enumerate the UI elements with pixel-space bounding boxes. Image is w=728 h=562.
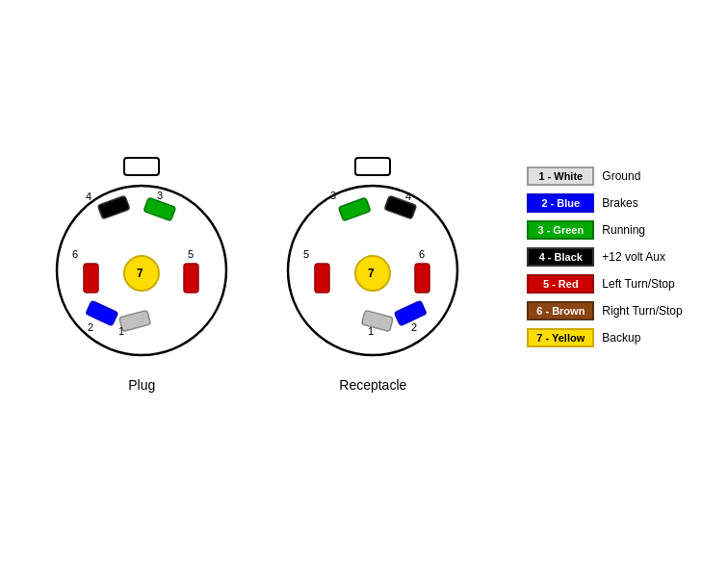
svg-text:6: 6 <box>72 248 78 260</box>
legend-desc-6: Right Turn/Stop <box>602 304 682 318</box>
svg-text:4: 4 <box>86 191 91 202</box>
receptacle-svg: 1 2 3 4 5 6 7 <box>276 150 469 371</box>
svg-text:1: 1 <box>118 325 124 337</box>
legend-desc-7: Backup <box>602 331 640 345</box>
legend-badge-3: 3 - Green <box>527 220 594 240</box>
svg-text:1: 1 <box>368 325 374 337</box>
plug-diagram: 1 2 3 4 5 6 7 Plug <box>45 150 238 393</box>
legend-item-4: 4 - Black+12 volt Aux <box>527 247 682 267</box>
legend-desc-2: Brakes <box>602 196 637 210</box>
svg-text:3: 3 <box>157 190 163 201</box>
receptacle-label: Receptacle <box>339 377 406 393</box>
svg-rect-16 <box>355 158 390 175</box>
svg-rect-28 <box>415 264 429 293</box>
svg-rect-0 <box>124 158 159 175</box>
legend-item-3: 3 - GreenRunning <box>527 220 682 240</box>
receptacle-diagram: 1 2 3 4 5 6 7 Receptacle <box>276 150 469 393</box>
diagrams-area: 1 2 3 4 5 6 7 Plug <box>45 150 682 393</box>
svg-rect-10 <box>184 264 198 293</box>
legend-item-2: 2 - BlueBrakes <box>527 193 682 213</box>
svg-rect-26 <box>315 264 329 293</box>
legend-badge-1: 1 - White <box>527 166 594 186</box>
legend: 1 - WhiteGround2 - BlueBrakes3 - GreenRu… <box>527 166 682 347</box>
legend-item-5: 5 - RedLeft Turn/Stop <box>527 274 682 294</box>
legend-badge-7: 7 - Yellow <box>527 328 594 347</box>
legend-badge-2: 2 - Blue <box>527 193 594 213</box>
svg-text:6: 6 <box>419 248 425 260</box>
legend-badge-4: 4 - Black <box>527 247 594 267</box>
legend-item-7: 7 - YellowBackup <box>527 328 682 347</box>
svg-text:4: 4 <box>405 191 411 202</box>
main-container: 1 2 3 4 5 6 7 Plug <box>0 0 728 562</box>
legend-desc-5: Left Turn/Stop <box>602 277 674 291</box>
svg-text:2: 2 <box>411 321 417 333</box>
svg-text:7: 7 <box>137 267 143 280</box>
svg-text:7: 7 <box>368 267 375 280</box>
legend-badge-5: 5 - Red <box>527 274 594 294</box>
legend-desc-3: Running <box>602 223 645 237</box>
svg-text:5: 5 <box>303 248 309 260</box>
plug-svg: 1 2 3 4 5 6 7 <box>45 150 238 371</box>
legend-desc-4: +12 volt Aux <box>602 250 665 264</box>
legend-badge-6: 6 - Brown <box>527 301 594 320</box>
svg-rect-12 <box>84 264 98 293</box>
legend-item-6: 6 - BrownRight Turn/Stop <box>527 301 682 320</box>
plug-label: Plug <box>128 377 155 393</box>
legend-desc-1: Ground <box>602 169 640 183</box>
legend-item-1: 1 - WhiteGround <box>527 166 682 186</box>
svg-text:2: 2 <box>88 321 93 333</box>
svg-text:3: 3 <box>330 190 336 201</box>
svg-text:5: 5 <box>188 248 194 260</box>
